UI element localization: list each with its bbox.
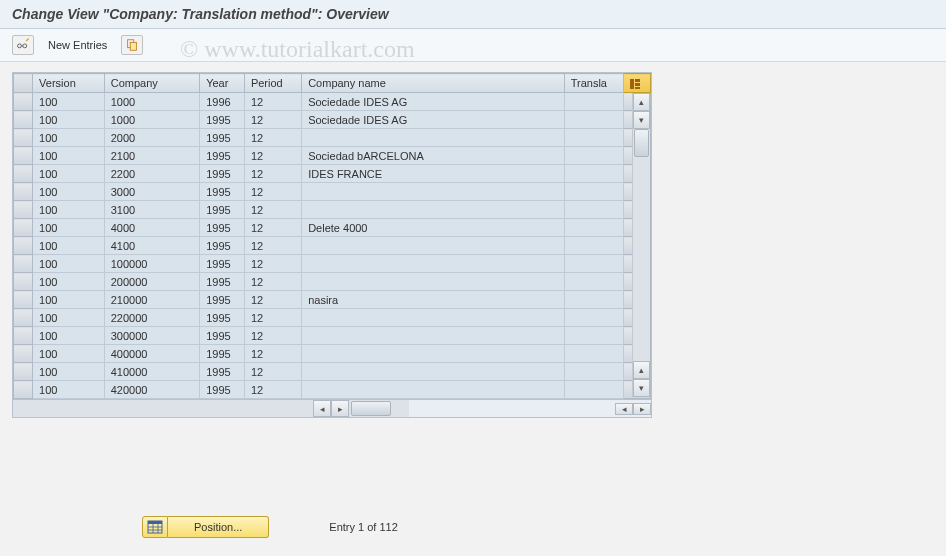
cell-period[interactable]: 12 (244, 309, 301, 327)
cell-translation[interactable] (564, 129, 623, 147)
scroll-down-button[interactable]: ▾ (633, 379, 650, 397)
vscroll-track[interactable] (633, 129, 650, 361)
row-selector[interactable] (14, 255, 33, 273)
cell-company[interactable]: 4000 (104, 219, 199, 237)
cell-version[interactable]: 100 (33, 255, 105, 273)
hscroll-thumb[interactable] (351, 401, 391, 416)
cell-period[interactable]: 12 (244, 327, 301, 345)
row-selector[interactable] (14, 381, 33, 399)
cell-translation[interactable] (564, 201, 623, 219)
cell-year[interactable]: 1995 (200, 129, 245, 147)
hscroll-left-button[interactable]: ◂ (313, 400, 331, 417)
cell-version[interactable]: 100 (33, 147, 105, 165)
position-icon-button[interactable] (142, 516, 168, 538)
col-header-translation[interactable]: Transla (564, 74, 623, 93)
cell-company-name[interactable] (302, 201, 565, 219)
cell-company[interactable]: 300000 (104, 327, 199, 345)
row-selector[interactable] (14, 291, 33, 309)
scroll-up-button[interactable]: ▴ (633, 93, 650, 111)
cell-company[interactable]: 1000 (104, 111, 199, 129)
cell-version[interactable]: 100 (33, 237, 105, 255)
cell-year[interactable]: 1995 (200, 327, 245, 345)
row-selector[interactable] (14, 183, 33, 201)
cell-period[interactable]: 12 (244, 93, 301, 111)
cell-year[interactable]: 1995 (200, 291, 245, 309)
row-selector[interactable] (14, 165, 33, 183)
row-selector[interactable] (14, 129, 33, 147)
cell-translation[interactable] (564, 219, 623, 237)
cell-company[interactable]: 100000 (104, 255, 199, 273)
row-selector[interactable] (14, 111, 33, 129)
cell-company[interactable]: 2000 (104, 129, 199, 147)
vscroll-thumb[interactable] (634, 129, 649, 157)
row-selector[interactable] (14, 327, 33, 345)
cell-company-name[interactable] (302, 345, 565, 363)
cell-version[interactable]: 100 (33, 291, 105, 309)
cell-company-name[interactable] (302, 129, 565, 147)
row-selector[interactable] (14, 147, 33, 165)
row-selector[interactable] (14, 93, 33, 111)
cell-company[interactable]: 3000 (104, 183, 199, 201)
cell-period[interactable]: 12 (244, 219, 301, 237)
cell-company[interactable]: 4100 (104, 237, 199, 255)
cell-period[interactable]: 12 (244, 291, 301, 309)
cell-company[interactable]: 2200 (104, 165, 199, 183)
cell-translation[interactable] (564, 183, 623, 201)
position-button[interactable]: Position... (168, 516, 269, 538)
row-selector[interactable] (14, 273, 33, 291)
cell-company-name[interactable] (302, 255, 565, 273)
table-settings-button[interactable] (623, 74, 650, 93)
toggle-display-change-button[interactable] (12, 35, 34, 55)
cell-year[interactable]: 1995 (200, 111, 245, 129)
cell-period[interactable]: 12 (244, 273, 301, 291)
cell-translation[interactable] (564, 165, 623, 183)
cell-period[interactable]: 12 (244, 345, 301, 363)
cell-company[interactable]: 410000 (104, 363, 199, 381)
cell-version[interactable]: 100 (33, 363, 105, 381)
cell-year[interactable]: 1995 (200, 309, 245, 327)
cell-translation[interactable] (564, 93, 623, 111)
cell-period[interactable]: 12 (244, 237, 301, 255)
cell-translation[interactable] (564, 291, 623, 309)
cell-company-name[interactable]: nasira (302, 291, 565, 309)
cell-company[interactable]: 400000 (104, 345, 199, 363)
cell-period[interactable]: 12 (244, 183, 301, 201)
copy-as-button[interactable] (121, 35, 143, 55)
cell-company-name[interactable] (302, 363, 565, 381)
cell-year[interactable]: 1995 (200, 255, 245, 273)
hscroll-right-button[interactable]: ▸ (331, 400, 349, 417)
scroll-down-step-button[interactable]: ▾ (633, 111, 650, 129)
col-header-year[interactable]: Year (200, 74, 245, 93)
row-selector[interactable] (14, 363, 33, 381)
col-header-company[interactable]: Company (104, 74, 199, 93)
cell-period[interactable]: 12 (244, 129, 301, 147)
cell-translation[interactable] (564, 255, 623, 273)
cell-version[interactable]: 100 (33, 219, 105, 237)
hscroll-left-button-2[interactable]: ◂ (615, 403, 633, 415)
cell-company[interactable]: 210000 (104, 291, 199, 309)
cell-year[interactable]: 1995 (200, 147, 245, 165)
row-selector[interactable] (14, 201, 33, 219)
cell-period[interactable]: 12 (244, 111, 301, 129)
cell-company-name[interactable]: Sociedade IDES AG (302, 93, 565, 111)
cell-year[interactable]: 1996 (200, 93, 245, 111)
cell-version[interactable]: 100 (33, 93, 105, 111)
cell-translation[interactable] (564, 309, 623, 327)
select-all-cell[interactable] (14, 74, 33, 93)
new-entries-button[interactable]: New Entries (40, 36, 115, 54)
cell-translation[interactable] (564, 381, 623, 399)
row-selector[interactable] (14, 345, 33, 363)
cell-year[interactable]: 1995 (200, 201, 245, 219)
cell-period[interactable]: 12 (244, 201, 301, 219)
row-selector[interactable] (14, 219, 33, 237)
cell-period[interactable]: 12 (244, 147, 301, 165)
cell-company[interactable]: 220000 (104, 309, 199, 327)
cell-translation[interactable] (564, 147, 623, 165)
hscroll-right-button-2[interactable]: ▸ (633, 403, 651, 415)
cell-version[interactable]: 100 (33, 183, 105, 201)
cell-version[interactable]: 100 (33, 327, 105, 345)
cell-company-name[interactable] (302, 183, 565, 201)
cell-period[interactable]: 12 (244, 255, 301, 273)
cell-company[interactable]: 2100 (104, 147, 199, 165)
cell-year[interactable]: 1995 (200, 345, 245, 363)
